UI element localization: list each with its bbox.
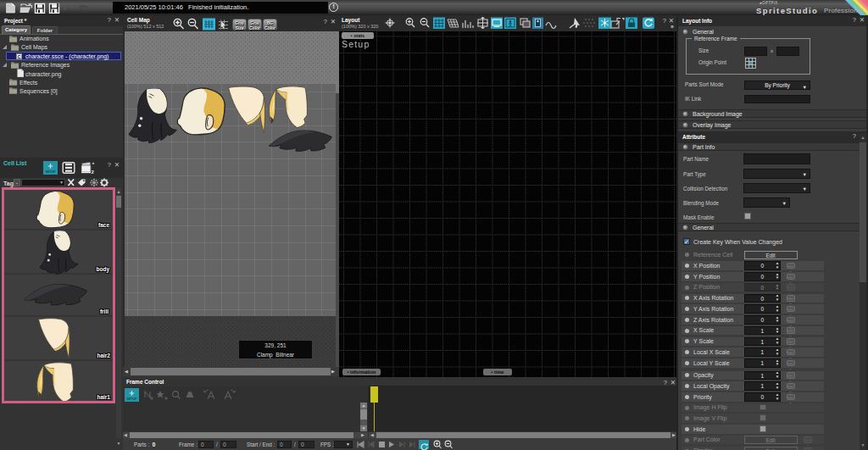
svg-text:SETUP: SETUP <box>127 397 138 401</box>
svg-text:2: 2 <box>92 169 95 175</box>
svg-text:SETUP: SETUP <box>46 170 57 174</box>
